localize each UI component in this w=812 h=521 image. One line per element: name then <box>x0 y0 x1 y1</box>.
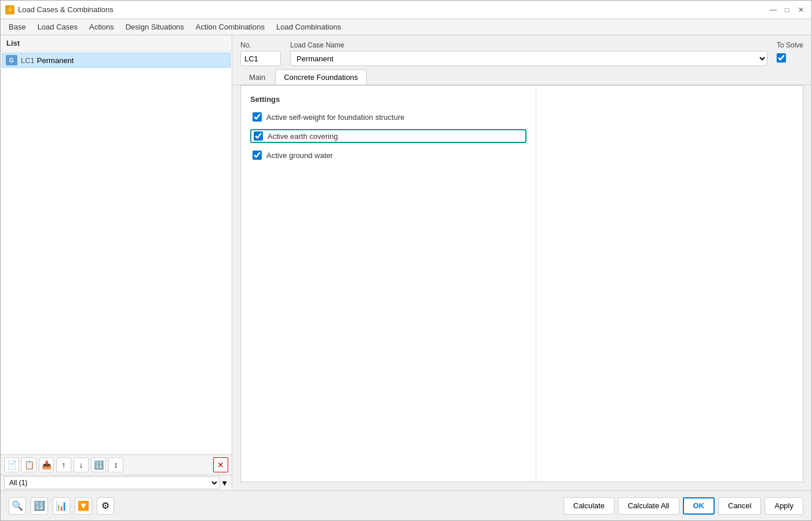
menu-bar: Base Load Cases Actions Design Situation… <box>1 19 811 35</box>
title-bar-left: ⚡ Load Cases & Combinations <box>5 5 114 14</box>
filter-dropdown: All (1) ▼ <box>1 475 232 490</box>
no-label: No. <box>240 41 281 49</box>
left-panel-toolbar: 📄 📋 📥 ↑ ↓ 🔢 ↕ ✕ <box>1 454 232 475</box>
list-area: G LC1 Permanent <box>1 52 232 454</box>
settings-icon-btn[interactable]: ⚙ <box>97 497 114 515</box>
filter-icon-btn[interactable]: 🔽 <box>75 497 92 515</box>
maximize-button[interactable]: □ <box>781 4 793 16</box>
copy-button[interactable]: 📋 <box>21 457 36 472</box>
calculate-all-button[interactable]: Calculate All <box>618 497 679 515</box>
tab-content: Settings Active self-weight for foundati… <box>240 85 803 482</box>
app-icon: ⚡ <box>5 5 14 14</box>
apply-button[interactable]: Apply <box>765 497 803 515</box>
load-case-name-select[interactable]: Permanent <box>290 51 767 66</box>
delete-button[interactable]: ✕ <box>213 457 228 472</box>
move-up-button[interactable]: ↑ <box>56 457 71 472</box>
list-header: List <box>1 35 232 52</box>
bottom-right-buttons: Calculate Calculate All OK Cancel Apply <box>564 497 803 515</box>
earth-covering-checkbox[interactable] <box>254 131 263 141</box>
to-solve-checkbox[interactable] <box>777 53 786 63</box>
tabs-bar: Main Concrete Foundations <box>232 69 811 85</box>
window-title: Load Cases & Combinations <box>18 5 114 14</box>
sort-button[interactable]: ↕ <box>108 457 123 472</box>
checkbox-row-ground-water: Active ground water <box>250 149 526 162</box>
menu-item-load-combinations[interactable]: Load Combinations <box>270 20 347 34</box>
list-item[interactable]: G LC1 Permanent <box>2 53 231 68</box>
earth-covering-label: Active earth covering <box>268 132 338 141</box>
menu-item-load-cases[interactable]: Load Cases <box>32 20 83 34</box>
self-weight-checkbox[interactable] <box>253 112 262 122</box>
title-bar: ⚡ Load Cases & Combinations — □ ✕ <box>1 1 811 19</box>
tab-main-section: Settings Active self-weight for foundati… <box>241 86 536 482</box>
calculator-icon-btn[interactable]: 🔢 <box>31 497 48 515</box>
window-controls: — □ ✕ <box>767 4 807 16</box>
list-item-badge: G <box>6 55 17 65</box>
settings-heading: Settings <box>250 95 526 104</box>
tab-side-section <box>536 86 803 482</box>
add-button[interactable]: 📄 <box>4 457 19 472</box>
move-down-button[interactable]: ↓ <box>74 457 89 472</box>
calculate-button[interactable]: Calculate <box>564 497 615 515</box>
right-panel: No. Load Case Name Permanent To Solve Ma… <box>232 35 811 490</box>
list-item-number: LC1 <box>21 56 35 65</box>
tab-concrete-foundations[interactable]: Concrete Foundations <box>275 69 367 85</box>
menu-item-action-combinations[interactable]: Action Combinations <box>190 20 270 34</box>
to-solve-group: To Solve <box>777 41 803 63</box>
search-icon-btn[interactable]: 🔍 <box>9 497 26 515</box>
renumber-button[interactable]: 🔢 <box>91 457 106 472</box>
main-window: ⚡ Load Cases & Combinations — □ ✕ Base L… <box>0 0 812 521</box>
minimize-button[interactable]: — <box>767 4 779 16</box>
menu-item-actions[interactable]: Actions <box>83 20 120 34</box>
no-input[interactable] <box>240 51 281 66</box>
chart-icon-btn[interactable]: 📊 <box>53 497 70 515</box>
right-top-fields: No. Load Case Name Permanent To Solve <box>232 35 811 69</box>
left-panel: List G LC1 Permanent 📄 📋 📥 ↑ ↓ 🔢 ↕ ✕ <box>1 35 232 490</box>
cancel-button[interactable]: Cancel <box>718 497 761 515</box>
load-case-name-group: Load Case Name Permanent <box>290 41 767 66</box>
import-button[interactable]: 📥 <box>39 457 54 472</box>
menu-item-design-situations[interactable]: Design Situations <box>120 20 190 34</box>
bottom-left-icons: 🔍 🔢 📊 🔽 ⚙ <box>9 497 114 515</box>
filter-select[interactable]: All (1) <box>4 476 220 489</box>
filter-chevron-icon: ▼ <box>221 479 228 487</box>
tab-main[interactable]: Main <box>240 69 274 85</box>
ground-water-label: Active ground water <box>266 151 333 160</box>
no-field-group: No. <box>240 41 281 66</box>
load-case-name-label: Load Case Name <box>290 41 767 49</box>
self-weight-label: Active self-weight for foundation struct… <box>266 113 404 122</box>
list-item-label: Permanent <box>37 56 74 65</box>
menu-item-base[interactable]: Base <box>3 20 32 34</box>
close-button[interactable]: ✕ <box>795 4 807 16</box>
content-area: List G LC1 Permanent 📄 📋 📥 ↑ ↓ 🔢 ↕ ✕ <box>1 35 811 490</box>
bottom-bar: 🔍 🔢 📊 🔽 ⚙ Calculate Calculate All OK Can… <box>1 490 811 520</box>
ground-water-checkbox[interactable] <box>253 151 262 160</box>
ok-button[interactable]: OK <box>683 497 715 515</box>
to-solve-label: To Solve <box>777 41 803 49</box>
checkbox-row-earth-covering: Active earth covering <box>250 129 526 143</box>
checkbox-row-self-weight: Active self-weight for foundation struct… <box>250 111 526 123</box>
